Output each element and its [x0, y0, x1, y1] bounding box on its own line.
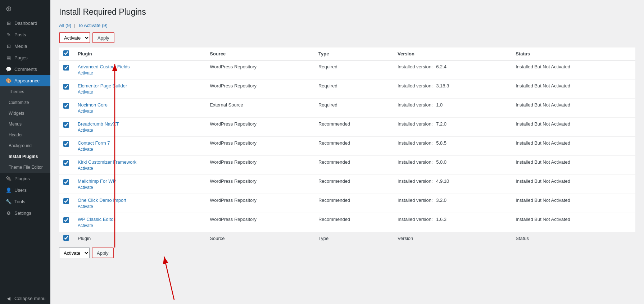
plugin-activate-link-5[interactable]: Activate — [78, 166, 93, 171]
plugin-activate-link-0[interactable]: Activate — [78, 71, 93, 76]
sidebar-item-menus[interactable]: Menus — [0, 119, 50, 130]
sidebar-item-customize[interactable]: Customize — [0, 97, 50, 108]
plugin-source-0: WordPress Repository — [205, 60, 314, 80]
table-row: Contact Form 7 Activate WordPress Reposi… — [59, 137, 635, 156]
plugin-name-link-6[interactable]: Mailchimp For WP — [78, 178, 116, 184]
row-checkbox-3 — [59, 118, 73, 137]
plugin-activate-link-7[interactable]: Activate — [78, 204, 93, 209]
footer-source-col: Source — [205, 232, 314, 245]
sidebar-item-appearance[interactable]: 🎨 Appearance — [0, 75, 50, 86]
filter-to-activate-link[interactable]: To Activate (9) — [78, 23, 107, 28]
plugin-type-0: Required — [314, 60, 393, 80]
top-bulk-action-select[interactable]: Activate — [59, 32, 90, 43]
sidebar-item-label: Posts — [14, 32, 26, 37]
plugin-status-6: Installed But Not Activated — [511, 175, 635, 194]
plugin-source-1: WordPress Repository — [205, 80, 314, 99]
sidebar-item-background[interactable]: Background — [0, 140, 50, 151]
plugin-checkbox-3[interactable] — [63, 122, 69, 128]
widgets-label: Widgets — [9, 111, 24, 116]
plugin-name-cell-2: Nocimon Core Activate — [73, 99, 205, 118]
plugin-version-0: Installed version: 6.2.4 — [393, 60, 511, 80]
plugin-name-link-1[interactable]: Elementor Page Builder — [78, 83, 127, 89]
plugin-checkbox-4[interactable] — [63, 141, 69, 147]
sidebar-item-header[interactable]: Header — [0, 130, 50, 140]
plugin-activate-link-8[interactable]: Activate — [78, 223, 93, 228]
plugin-activate-link-2[interactable]: Activate — [78, 109, 93, 114]
plugin-activate-link-4[interactable]: Activate — [78, 147, 93, 152]
plugin-version-4: Installed version: 5.8.5 — [393, 137, 511, 156]
plugin-activate-link-3[interactable]: Activate — [78, 128, 93, 133]
sidebar-item-pages[interactable]: ▤ Pages — [0, 52, 50, 63]
wp-logo-icon: ⊕ — [6, 4, 12, 13]
settings-icon: ⚙ — [6, 210, 12, 216]
table-row: WP Classic Editor Activate WordPress Rep… — [59, 213, 635, 232]
plugin-name-link-0[interactable]: Advanced Custom Fields — [78, 64, 130, 69]
sidebar: ⊕ ⊞ Dashboard ✎ Posts ⊡ Media ▤ Pages 💬 … — [0, 0, 50, 304]
plugin-checkbox-5[interactable] — [63, 160, 69, 166]
row-checkbox-1 — [59, 80, 73, 99]
plugin-name-link-4[interactable]: Contact Form 7 — [78, 140, 110, 146]
plugin-name-link-2[interactable]: Nocimon Core — [78, 102, 108, 108]
plugin-checkbox-8[interactable] — [63, 217, 69, 223]
plugin-source-6: WordPress Repository — [205, 175, 314, 194]
plugin-checkbox-0[interactable] — [63, 65, 69, 71]
plugin-version-2: Installed version: 1.0 — [393, 99, 511, 118]
sidebar-item-media[interactable]: ⊡ Media — [0, 40, 50, 52]
plugin-checkbox-7[interactable] — [63, 198, 69, 204]
top-apply-button[interactable]: Apply — [92, 32, 114, 43]
plugins-table: Plugin Source Type Version Status Advanc… — [59, 47, 635, 245]
select-all-checkbox[interactable] — [63, 50, 69, 56]
users-icon: 👤 — [6, 187, 12, 193]
plugin-checkbox-2[interactable] — [63, 103, 69, 109]
plugin-version-1: Installed version: 3.18.3 — [393, 80, 511, 99]
main-content: Install Required Plugins All (9) | To Ac… — [50, 0, 644, 304]
plugin-name-link-7[interactable]: One Click Demo Import — [78, 198, 126, 203]
footer-checkbox-col — [59, 232, 73, 245]
header-label: Header — [9, 132, 23, 137]
plugin-activate-link-1[interactable]: Activate — [78, 90, 93, 95]
appearance-icon: 🎨 — [6, 78, 12, 83]
sidebar-item-tools[interactable]: 🔧 Tools — [0, 196, 50, 207]
plugin-source-8: WordPress Repository — [205, 213, 314, 232]
filter-sep: | — [74, 23, 75, 28]
sidebar-item-posts[interactable]: ✎ Posts — [0, 29, 50, 40]
row-checkbox-6 — [59, 175, 73, 194]
plugin-checkbox-6[interactable] — [63, 179, 69, 185]
bottom-apply-button[interactable]: Apply — [92, 248, 114, 258]
filter-bar: All (9) | To Activate (9) — [59, 23, 635, 28]
plugin-name-link-5[interactable]: Kirki Customizer Framework — [78, 159, 136, 165]
plugin-version-3: Installed version: 7.2.0 — [393, 118, 511, 137]
bottom-section: Activate Apply — [59, 248, 635, 258]
plugin-name-link-3[interactable]: Breadcrumb NavXT — [78, 121, 119, 127]
pages-icon: ▤ — [6, 55, 12, 60]
filter-all-link[interactable]: All (9) — [59, 23, 73, 28]
row-checkbox-7 — [59, 194, 73, 213]
sidebar-item-themes[interactable]: Themes — [0, 86, 50, 97]
sidebar-item-plugins[interactable]: 🔌 Plugins — [0, 173, 50, 184]
tools-icon: 🔧 — [6, 199, 12, 204]
header-source-col: Source — [205, 47, 314, 60]
footer-select-all-checkbox[interactable] — [63, 235, 69, 241]
plugin-source-4: WordPress Repository — [205, 137, 314, 156]
sidebar-item-users[interactable]: 👤 Users — [0, 184, 50, 196]
bottom-bulk-action-select[interactable]: Activate — [59, 248, 90, 258]
row-checkbox-0 — [59, 60, 73, 80]
sidebar-item-theme-file-editor[interactable]: Theme File Editor — [0, 162, 50, 173]
plugin-type-4: Recommended — [314, 137, 393, 156]
plugin-name-link-8[interactable]: WP Classic Editor — [78, 217, 115, 222]
row-checkbox-5 — [59, 156, 73, 175]
plugin-activate-link-6[interactable]: Activate — [78, 185, 93, 190]
plugin-name-cell-8: WP Classic Editor Activate — [73, 213, 205, 232]
plugin-status-5: Installed But Not Activated — [511, 156, 635, 175]
sidebar-item-collapse[interactable]: ◀ Collapse menu — [0, 292, 50, 304]
plugin-checkbox-1[interactable] — [63, 84, 69, 90]
sidebar-item-install-plugins[interactable]: Install Plugins — [0, 151, 50, 162]
sidebar-item-widgets[interactable]: Widgets — [0, 108, 50, 119]
content-area: Install Required Plugins All (9) | To Ac… — [50, 0, 644, 304]
sidebar-item-dashboard[interactable]: ⊞ Dashboard — [0, 17, 50, 29]
plugin-name-cell-1: Elementor Page Builder Activate — [73, 80, 205, 99]
sidebar-item-comments[interactable]: 💬 Comments — [0, 63, 50, 75]
sidebar-item-settings[interactable]: ⚙ Settings — [0, 207, 50, 219]
plugin-name-cell-5: Kirki Customizer Framework Activate — [73, 156, 205, 175]
plugin-version-6: Installed version: 4.9.10 — [393, 175, 511, 194]
